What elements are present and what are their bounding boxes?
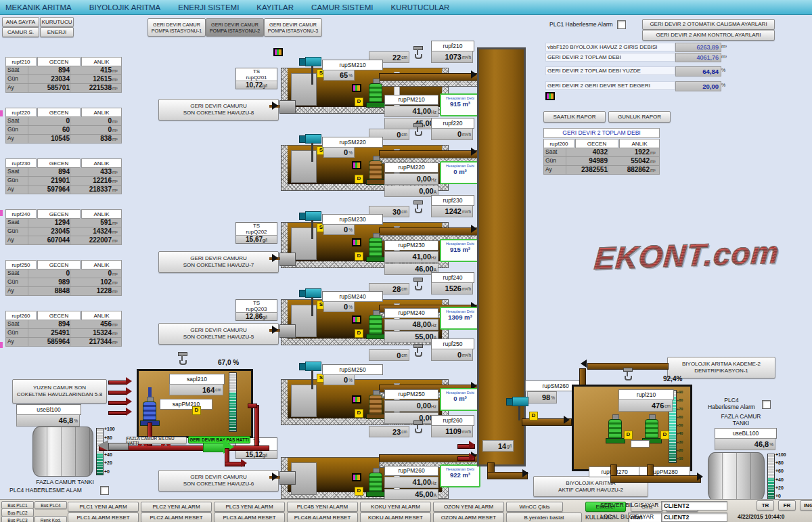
camur-s-button[interactable]: CAMUR S. (2, 27, 39, 37)
alarm-reset-button[interactable]: PLC4B ALARM RESET (287, 513, 358, 522)
menu-enerji-sistemi[interactable]: ENERJI SISTEMI (178, 3, 239, 12)
inlet-pipe (108, 401, 127, 405)
menu-biyolojik-aritma[interactable]: BIYOLOJIK ARITMA (89, 3, 160, 12)
yeniden-baslat-button[interactable]: B.yeniden baslat (506, 513, 582, 522)
yeni-alarm-button[interactable]: PLC4B YENI ALARM (287, 502, 358, 512)
menu-kayitlar[interactable]: KAYITLAR (256, 3, 294, 12)
cylinder-level-bar (96, 428, 104, 475)
flow-tag-label: rupf230 (431, 195, 474, 206)
menu-mekanik-aritma[interactable]: MEKANIK ARITMA (5, 3, 72, 12)
source-havuz-button[interactable]: GERI DEVIR CAMURUSON COKELTME HAVUZU-6 (158, 470, 279, 492)
enerji-button[interactable]: ENERJI (40, 27, 74, 37)
ts-concentration-box: TS rupQ201 10,72g/l (235, 68, 277, 89)
ana-sayfa-button[interactable]: ANA SAYFA (2, 17, 39, 27)
vfd-screen-icon (352, 395, 361, 404)
tank-level-display: 476cm (618, 399, 673, 412)
yeni-alarm-button[interactable]: PLC3 YENI ALARM (214, 502, 285, 512)
flow-value-display: 1526m³/h (431, 282, 473, 295)
local-value: CLIENT2 (661, 513, 727, 522)
calculated-flow-box: Hesaplanan Debi 915 m³ (440, 239, 480, 262)
mixer-tag-label: rupSM230 (322, 214, 383, 225)
submersible-pump-running (368, 310, 383, 339)
plc1-alarm-checkbox[interactable] (617, 20, 626, 29)
flow-arrow (471, 70, 477, 79)
level-sensor-icon (623, 368, 633, 381)
source-havuz-button[interactable]: GERI DEVIR CAMURUSON COKELTME HAVUZU-7 (158, 251, 279, 273)
gunluk-rapor-button[interactable]: GUNLUK RAPOR (608, 111, 671, 123)
submersible-pump-running (368, 233, 383, 261)
mixer-tag-label: rupSM220 (322, 137, 383, 148)
pump-motor-block: rupPM260 41,00Hz 45,00A (384, 466, 438, 500)
renk-kod-button[interactable]: Renk Kod. (35, 516, 67, 522)
summary-row: vbbF120 BIYOLOJIK HAVUZ 2 GIRIS DEBISI 6… (545, 43, 748, 52)
vfd-screen-icon (352, 473, 361, 481)
table-row: Ay 597964 218337 m³ (5, 186, 122, 194)
yuzen-camur-button[interactable]: YUZEN CAMUR SONCOKELTME HAVUZLARINDAN 5-… (12, 379, 107, 404)
yeni-alarm-button[interactable]: PLC2 YENI ALARM (141, 502, 212, 512)
col-gecen: GECEN (37, 209, 81, 219)
tab-pompa-istasyonu[interactable]: GERI DEVIR CAMURPOMPA ISTASYONU-2 (206, 18, 264, 37)
tank-percent-label: 92,4% (663, 375, 682, 383)
usebl-label: useBL100 (715, 428, 777, 439)
status-tag-icon: D (192, 406, 201, 415)
kurutucu-button[interactable]: KURUTUCU (40, 17, 74, 27)
inlet-arrow (272, 473, 278, 481)
language-button[interactable]: FR (778, 500, 796, 510)
bus-plc3-button[interactable]: Bus PLC3 (1, 516, 34, 522)
mixer-speed-display: 0% (323, 301, 355, 312)
flow-arrow (471, 225, 477, 233)
tank-scale-labels: +90+80+70+60+50+40+30+20+10 (677, 390, 683, 460)
flow-value-display: 1242m³/h (431, 205, 473, 217)
totals-title: GERI DEVIR 2 TOPLAM DEBI (543, 128, 660, 138)
alarm-reset-button[interactable]: OZON ALARM RESET (433, 513, 504, 522)
tab-pompa-istasyonu[interactable]: GERI DEVIR CAMURPOMPA ISTASYONU-3 (264, 18, 322, 37)
source-havuz-button[interactable]: GERI DEVIR CAMURUSON COKELTME HAVUZU-5 (158, 323, 279, 345)
yeni-alarm-button[interactable]: KOKU YENI ALARM (360, 502, 431, 512)
language-button[interactable]: ING (800, 500, 812, 510)
wincc-cikis-button[interactable]: WinCC Çikis (506, 502, 563, 512)
language-button[interactable]: TR (757, 500, 774, 510)
saatlik-rapor-button[interactable]: SAATLIK RAPOR (543, 111, 606, 123)
akim-kontrol-ayarlari-button[interactable]: GERI DEVIR 2 AKIM KONTROL AYARLARI (642, 30, 775, 41)
menu-kurutucular[interactable]: KURUTUCULAR (390, 3, 449, 12)
plc1-alarm-label: PLC1 Haberlesme Alarm (549, 21, 613, 28)
outflow-channel-wall (379, 81, 479, 87)
table-row: Ay 2382551 882862 m³ (543, 166, 660, 175)
denitrifikasyon-button[interactable]: BIYOLOJIK ARITMA KADEME-2DENITRIFIKASYON… (667, 357, 775, 378)
pump-tag-label: rupPM240 (384, 308, 438, 318)
inlet-pipe (108, 391, 127, 395)
calculated-flow-box: Hesaplanan Debi 915 m³ (440, 93, 480, 116)
plc4-alarm-checkbox[interactable] (762, 400, 771, 409)
cylinder-scale-labels: +100+80+60+40+20+0 (775, 452, 786, 498)
table-row: Ay 607044 222007 m³ (5, 236, 122, 245)
sap-pump-label: sapPM210 (160, 399, 212, 410)
col-gecen: GECEN (37, 158, 81, 168)
yeni-alarm-button[interactable]: OZON YENI ALARM (433, 502, 504, 512)
otomatik-calisma-ayarlari-button[interactable]: GERI DEVIR 2 OTOMATIK CALISMA AYARLARI (642, 19, 775, 30)
tab-pompa-istasyonu[interactable]: GERI DEVIR CAMURPOMPA ISTASYONU-1 (148, 18, 206, 37)
alarm-reset-button[interactable]: KOKU ALARM RESET (360, 513, 431, 522)
alarm-reset-button[interactable]: PLC1 ALARM RESET (68, 513, 139, 522)
red-pipe (254, 405, 259, 450)
alarm-reset-button[interactable]: PLC2 ALARM RESET (141, 513, 212, 522)
yeni-alarm-button[interactable]: PLC1 YENI ALARM (68, 502, 139, 512)
usebl-label: useBl100 (16, 404, 81, 415)
mixer-tag-label: rupSM240 (322, 291, 383, 302)
status-tag-icon: D (624, 431, 633, 439)
table-row: Ay 10545 838 m³ (5, 135, 122, 144)
menu-camur-sistemi[interactable]: CAMUR SISTEMI (311, 3, 373, 12)
alarm-reset-button[interactable]: PLC3 ALARM RESET (214, 513, 285, 522)
table-row: Ay 585964 217344 m³ (5, 338, 122, 347)
col-gecen: GECEN (37, 108, 81, 117)
tank-drain-box (631, 440, 650, 448)
bus-plc4-button[interactable]: Bus PLC4 (35, 501, 67, 509)
level-sensor-icon (413, 46, 424, 60)
table-row: Gün 60 0 m³ (5, 126, 122, 135)
fazla-camur-tanki-label: FAZLA CAMUR TANKI (24, 479, 106, 485)
level-sensor-icon (413, 420, 424, 434)
current-display: 55,00A (384, 331, 438, 343)
mixer-speed-display: 0% (323, 147, 355, 158)
ekont-watermark: EKONT.com (593, 234, 781, 277)
plc4-alarm-checkbox[interactable] (100, 486, 109, 495)
current-display: 0,00A (384, 412, 438, 424)
